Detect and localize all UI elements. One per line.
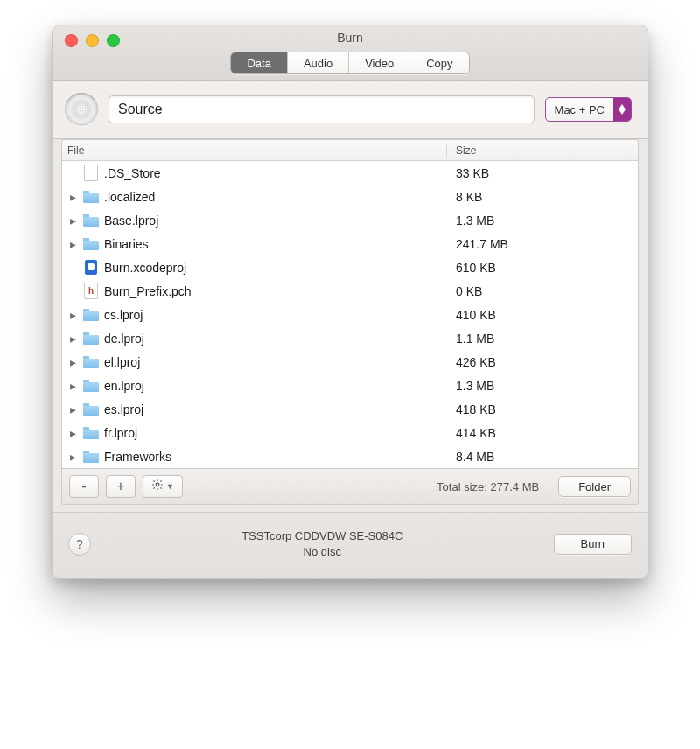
file-name: Frameworks [104,450,172,464]
drive-status: TSSTcorp CDDVDW SE-S084C No disc [103,528,542,559]
file-size: 1.3 MB [447,379,638,393]
file-size: 241.7 MB [447,237,638,251]
file-size: 1.3 MB [447,214,638,228]
add-item-button[interactable]: + [106,475,136,498]
table-row[interactable]: ▸Base.lproj1.3 MB [62,208,638,232]
file-size: 414 KB [447,426,638,440]
tab-audio[interactable]: Audio [288,52,349,74]
table-row[interactable]: ▸de.lproj1.1 MB [62,326,638,350]
file-name: .DS_Store [104,166,161,180]
table-row[interactable]: ▸cs.lproj410 KB [62,303,638,326]
file-size: 8 KB [447,190,638,204]
disclosure-triangle-icon[interactable]: ▸ [67,190,78,204]
drive-disc-status: No disc [103,544,542,560]
tab-copy[interactable]: Copy [410,52,468,74]
filesystem-format-select[interactable]: Mac + PC [545,97,632,122]
disclosure-triangle-icon[interactable]: ▸ [67,355,78,369]
folder-icon [83,425,99,441]
table-row[interactable]: ▸Frameworks8.4 MB [62,444,638,468]
source-bar: Mac + PC [52,80,648,139]
file-list-region: File Size .DS_Store33 KB▸.localized8 KB▸… [52,139,648,512]
table-row[interactable]: ▸fr.lproj414 KB [62,421,638,444]
table-row[interactable]: ▸el.lproj426 KB [62,350,638,374]
disclosure-triangle-icon[interactable]: ▸ [67,332,78,346]
file-name: fr.lproj [104,426,137,440]
folder-icon [83,378,99,394]
folder-icon [83,354,99,370]
file-size: 1.1 MB [447,332,638,346]
file-size: 426 KB [447,355,638,369]
chevron-down-icon: ▼ [166,482,174,491]
burn-row: ? TSSTcorp CDDVDW SE-S084C No disc Burn [52,512,648,578]
chevron-updown-icon [613,98,631,121]
column-header-file[interactable]: File [62,144,447,157]
file-name: Burn_Prefix.pch [104,284,192,298]
burn-button[interactable]: Burn [554,534,632,555]
table-row[interactable]: ▸es.lproj418 KB [62,397,638,421]
folder-icon [83,402,99,417]
disclosure-triangle-icon[interactable]: ▸ [67,379,78,393]
file-name: Burn.xcodeproj [104,261,186,275]
table-row[interactable]: ▸.localized8 KB [62,185,638,208]
filesystem-format-value: Mac + PC [546,103,613,116]
disc-name-input[interactable] [108,95,535,123]
disclosure-triangle-icon[interactable]: ▸ [67,308,78,322]
table-row[interactable]: ▸Binaries241.7 MB [62,232,638,256]
folder-icon [83,189,99,205]
file-name: Base.lproj [104,214,158,228]
file-list-footer: - + ▼ Total size: 277.4 MB Folder [61,469,639,505]
file-name: en.lproj [104,379,144,393]
file-list-header: File Size [61,139,639,161]
file-size: 418 KB [447,402,638,416]
file-size: 410 KB [447,308,638,322]
disclosure-triangle-icon[interactable]: ▸ [67,214,78,228]
file-size: 33 KB [447,166,638,180]
folder-icon [83,449,99,465]
remove-item-button[interactable]: - [69,475,99,498]
titlebar: Burn DataAudioVideoCopy [52,25,648,80]
drive-name: TSSTcorp CDDVDW SE-S084C [103,528,542,544]
actions-menu-button[interactable]: ▼ [143,475,183,498]
window-title: Burn [52,31,648,45]
file-name: Binaries [104,237,149,251]
gear-icon [151,479,164,494]
total-size-label: Total size: 277.4 MB [437,480,539,494]
xcode-project-icon [83,260,99,276]
help-button[interactable]: ? [68,533,91,556]
add-folder-button[interactable]: Folder [558,476,631,497]
mode-tabs: DataAudioVideoCopy [52,52,648,74]
file-name: de.lproj [104,332,144,346]
table-row[interactable]: .DS_Store33 KB [62,161,638,185]
disclosure-triangle-icon[interactable]: ▸ [67,426,78,440]
table-row[interactable]: ▸en.lproj1.3 MB [62,374,638,397]
file-size: 610 KB [447,261,638,275]
table-row[interactable]: hBurn_Prefix.pch0 KB [62,279,638,303]
folder-icon [83,213,99,228]
tab-video[interactable]: Video [349,52,410,74]
file-size: 8.4 MB [447,450,638,464]
disc-icon [65,93,98,126]
burn-window: Burn DataAudioVideoCopy Mac + PC File Si… [52,24,648,579]
file-name: cs.lproj [104,308,143,322]
file-list-body[interactable]: .DS_Store33 KB▸.localized8 KB▸Base.lproj… [61,161,639,469]
file-name: .localized [104,190,155,204]
disclosure-triangle-icon[interactable]: ▸ [67,237,78,251]
disclosure-triangle-icon[interactable]: ▸ [67,450,78,464]
disclosure-triangle-icon[interactable]: ▸ [67,402,78,416]
table-row[interactable]: Burn.xcodeproj610 KB [62,256,638,279]
svg-point-0 [156,483,159,486]
file-icon [83,165,99,181]
file-name: el.lproj [104,355,140,369]
folder-icon [83,331,99,346]
folder-icon [83,307,99,323]
column-header-size[interactable]: Size [447,144,638,157]
header-file-icon: h [83,284,99,299]
folder-icon [83,236,99,252]
file-name: es.lproj [104,402,144,416]
file-size: 0 KB [447,284,638,298]
tab-data[interactable]: Data [231,52,287,74]
